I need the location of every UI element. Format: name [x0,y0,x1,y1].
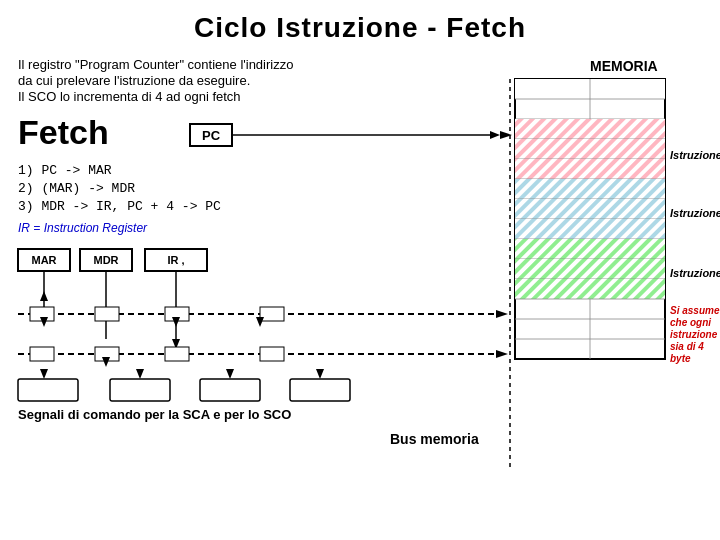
bus-connector-2 [95,307,119,321]
signals-text: Segnali di comando per la SCA e per lo S… [18,407,291,422]
ir-note: IR = Instruction Register [18,221,148,235]
bus-down-arrow2 [102,357,110,367]
mem-row-1-left [515,79,590,99]
data-bus-arrow [496,350,508,358]
bottom-note-1: Si assume [670,305,720,316]
mem-instr2-r3 [590,219,665,239]
title-text: Ciclo Istruzione - Fetch [194,12,526,43]
sig-arrow-1 [40,369,48,379]
step3: 3) MDR -> IR, PC + 4 -> PC [18,199,221,214]
ir-label: IR , [167,254,184,266]
pc-label: PC [202,128,221,143]
mem-instr1-l3 [515,159,590,179]
bus-down-arrow4 [256,317,264,327]
intro-line2: da cui prelevare l'istruzione da eseguir… [18,73,250,88]
sig-arrow-2 [136,369,144,379]
mem-instr2-l3 [515,219,590,239]
mem-instr3-l1 [515,239,590,259]
memoria-label: MEMORIA [590,58,658,74]
step2: 2) (MAR) -> MDR [18,181,135,196]
bus-down-arrow1 [40,317,48,327]
mem-instr2-r2 [590,199,665,219]
bus-connector-4 [260,307,284,321]
mem-instr3-r1 [590,239,665,259]
intro-line3: Il SCO lo incrementa di 4 ad ogni fetch [18,89,241,104]
mar-arrow [40,291,48,301]
mem-instr1-l1 [515,119,590,139]
signal-box-3 [200,379,260,401]
bus-down-arrow3 [172,317,180,327]
mem-instr3-r2 [590,259,665,279]
bottom-note-5: byte [670,353,691,364]
instr1-label: Istruzione 1 [670,149,720,161]
mem-instr3-l2 [515,259,590,279]
pc-arrow-head [490,131,500,139]
data-connector-3 [165,347,189,361]
mem-instr1-l2 [515,139,590,159]
signal-box-1 [18,379,78,401]
signal-box-4 [290,379,350,401]
intro-line1: Il registro "Program Counter" contiene l… [18,57,293,72]
sig-arrow-3 [226,369,234,379]
signal-box-2 [110,379,170,401]
step1: 1) PC -> MAR [18,163,112,178]
sig-arrow-4 [316,369,324,379]
bottom-note-2: che ogni [670,317,711,328]
mem-instr1-r1 [590,119,665,139]
mdr-label: MDR [93,254,118,266]
data-connector-1 [30,347,54,361]
mem-instr1-r2 [590,139,665,159]
mem-instr2-l1 [515,179,590,199]
fetch-title: Fetch [18,113,109,151]
mem-instr2-l2 [515,199,590,219]
bottom-note-3: istruzione [670,329,718,340]
mem-instr3-r3 [590,279,665,299]
mem-instr3-l3 [515,279,590,299]
addr-bus-arrow [496,310,508,318]
mar-label: MAR [31,254,56,266]
instr3-label: Istruzione 3 [670,267,720,279]
instr2-label: Istruzione 2 [670,207,720,219]
mem-instr1-r3 [590,159,665,179]
mem-row-1-right [590,79,665,99]
data-connector-4 [260,347,284,361]
bus-memoria-label: Bus memoria [390,431,479,447]
bottom-note-4: sia di 4 [670,341,704,352]
mem-instr2-r1 [590,179,665,199]
page-title: Ciclo Istruzione - Fetch [0,0,720,52]
